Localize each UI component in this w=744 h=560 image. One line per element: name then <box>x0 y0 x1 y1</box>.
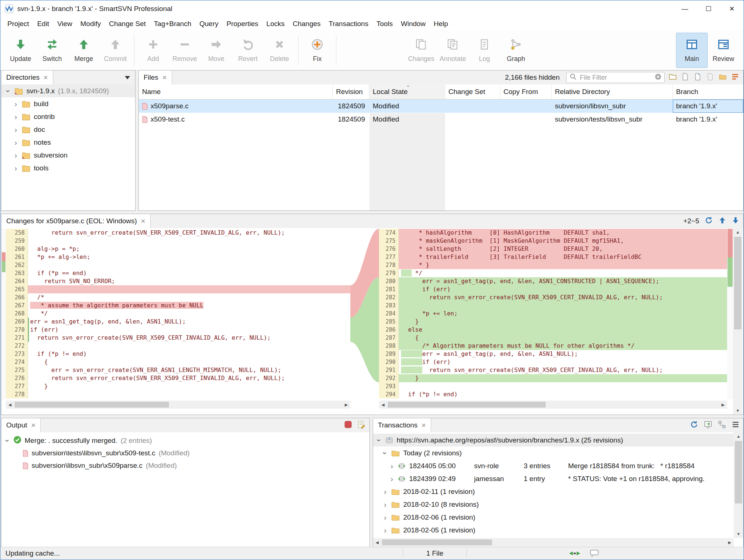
column-header-copy-from[interactable]: Copy From <box>500 84 552 99</box>
toolbar-button-move[interactable]: Move <box>201 33 232 68</box>
clear-output-icon[interactable] <box>357 420 366 431</box>
toolbar-button-log[interactable]: Log <box>469 33 500 68</box>
toolbar-button-revert[interactable]: Revert <box>232 33 264 68</box>
file-filter-input[interactable] <box>579 73 653 82</box>
new-file-icon[interactable] <box>681 72 690 83</box>
toolbar-button-merge[interactable]: Merge <box>68 33 100 68</box>
close-button[interactable]: ✕ <box>720 0 744 17</box>
tab-output[interactable]: Output ✕ <box>1 418 41 432</box>
toolbar-button-annotate[interactable]: Annotate <box>437 33 469 68</box>
column-header-local-state[interactable]: ˆLocal State <box>369 84 445 99</box>
connection-icon[interactable] <box>569 550 581 557</box>
column-header-name[interactable]: Name <box>139 84 333 99</box>
expander-icon[interactable]: › <box>377 438 382 443</box>
scrollbar-thumb[interactable] <box>382 539 492 545</box>
minimize-button[interactable]: — <box>673 0 697 17</box>
menu-item[interactable]: Edit <box>33 17 53 30</box>
output-summary-row[interactable]: › Merge: . successfully merged. (2 entri… <box>1 434 369 447</box>
tree-item-doc[interactable]: › doc <box>1 123 135 136</box>
vertical-scrollbar[interactable]: ▲ ▼ <box>734 432 743 538</box>
menu-item[interactable]: Tools <box>372 17 397 30</box>
tree-item-build[interactable]: › build <box>1 97 135 110</box>
scrollbar-thumb[interactable] <box>735 441 742 503</box>
transaction-group-row[interactable]: › 2018-02-10 (8 revisions) <box>373 498 743 511</box>
tree-item-contrib[interactable]: › contrib <box>1 110 135 123</box>
expander-icon[interactable]: › <box>383 451 388 456</box>
revision-row[interactable]: › 1824399 02:49 jamessan 1 entry * STATU… <box>373 472 743 485</box>
close-icon[interactable]: ✕ <box>43 74 48 81</box>
scroll-right-icon[interactable]: ▶ <box>719 401 727 409</box>
open-folder-icon[interactable] <box>718 72 727 83</box>
open-in-window-icon[interactable] <box>704 420 712 431</box>
expander-icon[interactable]: › <box>383 515 388 520</box>
expander-icon[interactable]: › <box>383 489 388 494</box>
vertical-scrollbar[interactable]: ▲ ▼ <box>733 228 743 415</box>
expander-icon[interactable]: › <box>383 528 388 533</box>
toolbar-button-add[interactable]: Add <box>137 33 169 68</box>
next-change-icon[interactable] <box>732 216 740 226</box>
clear-filter-icon[interactable] <box>655 73 661 82</box>
menu-item[interactable]: Changes <box>289 17 325 30</box>
revision-row[interactable]: › 1824405 05:00 svn-role 3 entries Merge… <box>373 459 743 472</box>
toolbar-button-changes[interactable]: Changes <box>405 33 437 68</box>
menu-item[interactable]: Properties <box>223 17 263 30</box>
report-view-icon[interactable] <box>731 72 740 83</box>
menu-item[interactable]: Project <box>3 17 33 30</box>
expander-icon[interactable]: › <box>13 101 18 106</box>
tree-item-subversion[interactable]: › subversion <box>1 149 135 162</box>
previous-change-icon[interactable] <box>718 216 726 226</box>
expander-icon[interactable]: › <box>13 140 18 145</box>
repository-row[interactable]: › https://svn.apache.org/repos/asf/subve… <box>373 434 743 447</box>
transaction-group-row[interactable]: › 2018-02-11 (1 revision) <box>373 485 743 498</box>
menu-item[interactable]: Modify <box>76 17 105 30</box>
tab-transactions[interactable]: Transactions ✕ <box>373 418 431 432</box>
menu-item[interactable]: Query <box>195 17 223 30</box>
expander-icon[interactable]: › <box>13 153 18 158</box>
close-icon[interactable]: ✕ <box>141 218 145 225</box>
toolbar-button-delete[interactable]: Delete <box>264 33 295 68</box>
menu-item[interactable]: View <box>53 17 76 30</box>
expander-icon[interactable]: › <box>5 438 10 443</box>
column-header-change-set[interactable]: Change Set <box>445 84 500 99</box>
scroll-up-icon[interactable]: ▲ <box>733 228 743 236</box>
open-root-icon[interactable] <box>668 72 677 83</box>
tree-item-root[interactable]: › svn-1.9.x (1.9.x, 1824509) <box>1 84 135 97</box>
added-change-mark[interactable] <box>727 257 733 287</box>
added-change-mark[interactable] <box>2 261 6 272</box>
table-row[interactable]: x509-test.c 1824509 Modified subversion/… <box>139 113 743 126</box>
directory-filter-dropdown-icon[interactable] <box>125 76 130 79</box>
column-header-branch[interactable]: Branch <box>673 84 743 99</box>
tab-files[interactable]: Files ✕ <box>139 71 172 84</box>
toolbar-button-remove[interactable]: Remove <box>169 33 201 68</box>
transaction-group-row[interactable]: › Today (2 revisions) <box>373 447 743 459</box>
menu-item[interactable]: Change Set <box>105 17 150 30</box>
scroll-right-icon[interactable]: ▶ <box>342 401 350 409</box>
comment-bubble-icon[interactable] <box>590 550 599 557</box>
menu-icon[interactable] <box>732 420 740 430</box>
refresh-icon[interactable] <box>690 420 698 431</box>
table-row[interactable]: x509parse.c 1824509 Modified subversion/… <box>139 100 743 113</box>
change-overview-strip[interactable] <box>1 229 6 399</box>
close-icon[interactable]: ✕ <box>31 422 36 429</box>
menu-item[interactable]: Window <box>397 17 430 30</box>
removed-change-mark[interactable] <box>727 229 733 257</box>
toolbar-button-main[interactable]: Main <box>676 33 708 68</box>
expander-icon[interactable]: › <box>6 88 11 94</box>
expander-icon[interactable]: › <box>389 476 394 481</box>
horizontal-scrollbar[interactable]: ◀ ▶ <box>6 401 350 409</box>
expander-icon[interactable]: › <box>13 127 18 132</box>
menu-item[interactable]: Transactions <box>325 17 372 30</box>
expander-icon[interactable]: › <box>13 166 18 171</box>
output-file-row[interactable]: subversion\libsvn_subr\x509parse.c (Modi… <box>1 459 369 472</box>
layout-icon[interactable] <box>718 420 726 431</box>
close-icon[interactable]: ✕ <box>421 422 426 429</box>
file-refresh-icon[interactable] <box>693 72 702 83</box>
toolbar-button-graph[interactable]: Graph <box>500 33 532 68</box>
horizontal-scrollbar[interactable]: ◀ ▶ <box>373 538 734 547</box>
scroll-up-icon[interactable]: ▲ <box>734 432 743 440</box>
toolbar-button-fix[interactable]: Fix <box>301 33 333 68</box>
scroll-down-icon[interactable]: ▼ <box>733 407 743 415</box>
change-overview-strip[interactable] <box>727 229 733 399</box>
scroll-left-icon[interactable]: ◀ <box>373 538 381 547</box>
transaction-group-row[interactable]: › 2018-02-06 (1 revision) <box>373 511 743 524</box>
